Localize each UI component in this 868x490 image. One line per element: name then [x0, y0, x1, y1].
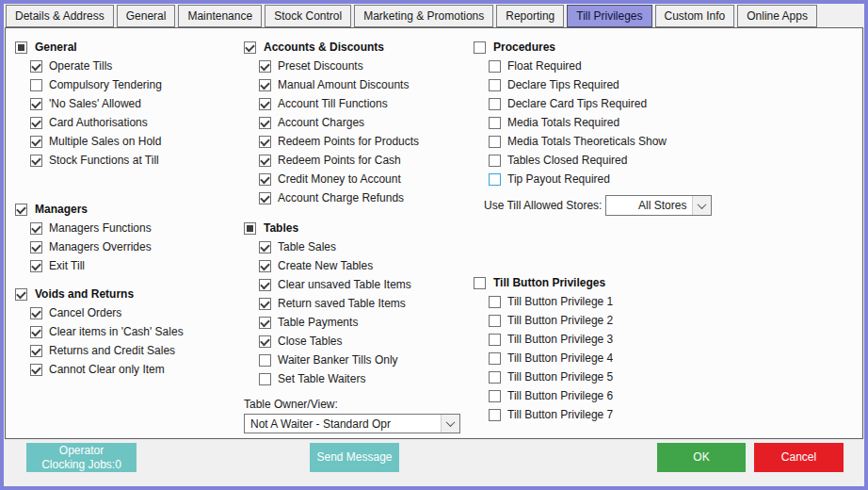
checkbox-till-button-privilege-3[interactable]: Till Button Privilege 3 — [489, 330, 737, 349]
tab-online-apps[interactable]: Online Apps — [737, 5, 817, 27]
checkbox-icon[interactable] — [489, 390, 501, 402]
checkbox-icon[interactable] — [489, 334, 501, 346]
chevron-down-icon[interactable] — [441, 415, 459, 433]
checkbox-icon[interactable] — [30, 60, 42, 73]
checkbox-icon[interactable] — [489, 155, 501, 167]
checkbox-till-button-privilege-7[interactable]: Till Button Privilege 7 — [489, 405, 737, 424]
operator-clocking-jobs-button[interactable]: OperatorClocking Jobs:0 — [26, 443, 137, 472]
checkbox-icon[interactable] — [259, 117, 271, 129]
checkbox-icon[interactable] — [30, 307, 42, 319]
checkbox-icon[interactable] — [30, 345, 42, 357]
checkbox-icon[interactable] — [489, 117, 501, 129]
group-header-managers[interactable]: Managers — [15, 200, 241, 219]
checkbox-declare-card-tips-required[interactable]: Declare Card Tips Required — [489, 94, 737, 113]
checkbox-icon[interactable] — [259, 60, 271, 73]
cancel-button[interactable]: Cancel — [754, 443, 844, 472]
checkbox-icon[interactable] — [30, 155, 42, 167]
checkbox-icon[interactable] — [30, 79, 42, 91]
checkbox-set-table-waiters[interactable]: Set Table Waiters — [259, 369, 470, 388]
checkbox-icon[interactable] — [30, 241, 42, 253]
checkbox-icon[interactable] — [489, 315, 501, 327]
checkbox-table-sales[interactable]: Table Sales — [259, 237, 470, 256]
checkbox-account-charges[interactable]: Account Charges — [259, 113, 470, 132]
checkbox-float-required[interactable]: Float Required — [489, 57, 737, 75]
checkbox-till-button-privilege-6[interactable]: Till Button Privilege 6 — [489, 386, 737, 405]
checkbox-icon[interactable] — [244, 222, 256, 235]
checkbox-tip-payout-required[interactable]: Tip Payout Required — [489, 170, 737, 188]
tab-details-address[interactable]: Details & Address — [6, 5, 114, 27]
checkbox-tables-closed-required[interactable]: Tables Closed Required — [489, 151, 737, 170]
checkbox-close-tables[interactable]: Close Tables — [259, 332, 470, 351]
tab-till-privileges[interactable]: Till Privileges — [567, 5, 651, 27]
checkbox-till-button-privilege-1[interactable]: Till Button Privilege 1 — [489, 292, 737, 311]
checkbox-icon[interactable] — [489, 136, 501, 148]
checkbox-icon[interactable] — [30, 364, 42, 376]
checkbox-icon[interactable] — [15, 41, 27, 54]
checkbox-till-button-privilege-5[interactable]: Till Button Privilege 5 — [489, 368, 737, 386]
checkbox-return-saved-table-items[interactable]: Return saved Table Items — [259, 294, 470, 313]
group-header-tables[interactable]: Tables — [244, 219, 470, 237]
checkbox-icon[interactable] — [489, 352, 501, 365]
checkbox-create-new-tables[interactable]: Create New Tables — [259, 256, 470, 275]
checkbox-icon[interactable] — [259, 136, 271, 148]
checkbox-icon[interactable] — [30, 260, 42, 272]
checkbox-icon[interactable] — [259, 335, 271, 348]
checkbox-icon[interactable] — [259, 317, 271, 329]
checkbox-media-totals-required[interactable]: Media Totals Required — [489, 113, 737, 132]
checkbox-card-authorisations[interactable]: Card Authorisations — [30, 113, 241, 132]
checkbox-icon[interactable] — [259, 173, 271, 186]
checkbox-media-totals-theoreticals[interactable]: Media Totals Theoreticals Show — [489, 132, 737, 151]
checkbox-icon[interactable] — [30, 222, 42, 235]
checkbox-operate-tills[interactable]: Operate Tills — [30, 57, 241, 75]
checkbox-icon[interactable] — [259, 79, 271, 91]
checkbox-till-button-privilege-2[interactable]: Till Button Privilege 2 — [489, 311, 737, 330]
checkbox-icon[interactable] — [259, 155, 271, 167]
tab-marketing-promotions[interactable]: Marketing & Promotions — [354, 5, 493, 27]
checkbox-redeem-points-cash[interactable]: Redeem Points for Cash — [259, 151, 470, 170]
checkbox-account-charge-refunds[interactable]: Account Charge Refunds — [259, 188, 470, 207]
group-header-general[interactable]: General — [15, 38, 241, 57]
ok-button[interactable]: OK — [657, 443, 746, 472]
table-owner-select[interactable]: Not A Waiter - Standard Opr — [244, 414, 460, 433]
group-header-till-button-privileges[interactable]: Till Button Privileges — [474, 273, 737, 292]
checkbox-icon[interactable] — [259, 354, 271, 367]
checkbox-managers-overrides[interactable]: Managers Overrides — [30, 237, 241, 256]
checkbox-compulsory-tendering[interactable]: Compulsory Tendering — [30, 75, 241, 94]
checkbox-till-button-privilege-4[interactable]: Till Button Privilege 4 — [489, 349, 737, 368]
checkbox-icon[interactable] — [489, 173, 501, 186]
checkbox-no-sales-allowed[interactable]: 'No Sales' Allowed — [30, 94, 241, 113]
send-message-button[interactable]: Send Message — [310, 443, 399, 472]
checkbox-icon[interactable] — [489, 60, 501, 73]
checkbox-preset-discounts[interactable]: Preset Discounts — [259, 57, 470, 75]
checkbox-icon[interactable] — [15, 288, 27, 301]
checkbox-clear-items-cash-sales[interactable]: Clear items in 'Cash' Sales — [30, 322, 241, 341]
checkbox-icon[interactable] — [259, 241, 271, 253]
checkbox-icon[interactable] — [30, 136, 42, 148]
checkbox-icon[interactable] — [474, 277, 486, 289]
group-header-accounts-discounts[interactable]: Accounts & Discounts — [244, 38, 470, 57]
checkbox-credit-money-account[interactable]: Credit Money to Account — [259, 170, 470, 188]
checkbox-icon[interactable] — [489, 371, 501, 384]
checkbox-declare-tips-required[interactable]: Declare Tips Required — [489, 75, 737, 94]
checkbox-redeem-points-products[interactable]: Redeem Points for Products — [259, 132, 470, 151]
tab-general[interactable]: General — [117, 5, 176, 27]
checkbox-icon[interactable] — [489, 79, 501, 91]
checkbox-icon[interactable] — [15, 204, 27, 216]
checkbox-clear-unsaved-table-items[interactable]: Clear unsaved Table Items — [259, 275, 470, 294]
checkbox-icon[interactable] — [259, 192, 271, 204]
checkbox-icon[interactable] — [259, 260, 271, 272]
checkbox-icon[interactable] — [259, 298, 271, 310]
checkbox-returns-credit-sales[interactable]: Returns and Credit Sales — [30, 341, 241, 360]
chevron-down-icon[interactable] — [692, 196, 711, 215]
checkbox-cannot-clear-only-item[interactable]: Cannot Clear only Item — [30, 360, 241, 379]
checkbox-icon[interactable] — [489, 296, 501, 308]
checkbox-icon[interactable] — [244, 41, 256, 54]
checkbox-icon[interactable] — [489, 409, 501, 421]
checkbox-icon[interactable] — [30, 98, 42, 110]
checkbox-icon[interactable] — [489, 98, 501, 110]
checkbox-table-payments[interactable]: Table Payments — [259, 313, 470, 332]
checkbox-icon[interactable] — [30, 326, 42, 338]
checkbox-managers-functions[interactable]: Managers Functions — [30, 219, 241, 237]
tab-maintenance[interactable]: Maintenance — [178, 5, 262, 27]
checkbox-cancel-orders[interactable]: Cancel Orders — [30, 303, 241, 322]
